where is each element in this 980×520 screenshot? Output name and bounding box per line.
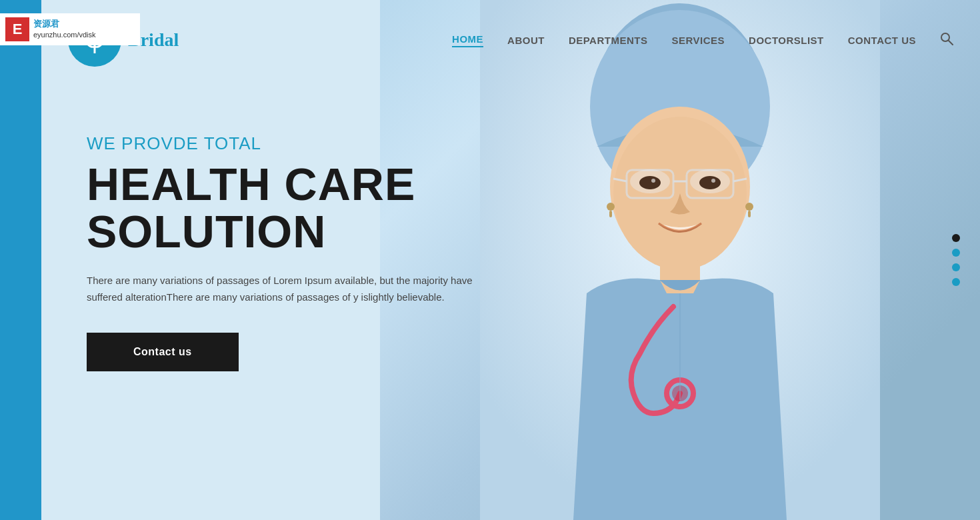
- nav-links: HOME ABOUT DEPARTMENTS SERVICES DOCTORSL…: [452, 32, 953, 49]
- hero-content: WE PROVDE TOTAL HEALTH CARE SOLUTION The…: [87, 133, 587, 371]
- svg-point-14: [651, 179, 655, 183]
- watermark-brand: 资源君: [33, 19, 96, 30]
- watermark-info: 资源君 eyunzhu.com/vdisk: [33, 19, 96, 39]
- hero-section: Bridal HOME ABOUT DEPARTMENTS SERVICES D…: [0, 0, 980, 520]
- svg-point-15: [711, 179, 715, 183]
- svg-point-13: [699, 176, 721, 189]
- slide-dot-2[interactable]: [952, 249, 960, 257]
- watermark-letter: E: [5, 17, 29, 41]
- svg-line-27: [949, 41, 953, 45]
- hero-title: HEALTH CARE SOLUTION: [87, 161, 587, 256]
- watermark-badge: E 资源君 eyunzhu.com/vdisk: [0, 13, 140, 45]
- nav-about[interactable]: ABOUT: [507, 35, 545, 46]
- nav-contact[interactable]: CONTACT US: [848, 35, 916, 46]
- svg-rect-18: [609, 211, 612, 217]
- svg-point-16: [607, 203, 615, 211]
- slide-dot-4[interactable]: [952, 278, 960, 286]
- svg-point-17: [745, 203, 753, 211]
- nav-home[interactable]: HOME: [452, 33, 483, 47]
- navbar: Bridal HOME ABOUT DEPARTMENTS SERVICES D…: [41, 0, 980, 80]
- svg-point-26: [941, 33, 949, 41]
- nav-departments[interactable]: DEPARTMENTS: [569, 35, 648, 46]
- search-icon[interactable]: [940, 32, 953, 49]
- svg-rect-19: [748, 211, 751, 217]
- hero-description: There are many variations of passages of…: [87, 272, 487, 306]
- slide-indicators: [952, 234, 960, 286]
- svg-point-12: [639, 176, 661, 189]
- nav-services[interactable]: SERVICES: [671, 35, 725, 46]
- contact-us-button[interactable]: Contact us: [87, 333, 239, 371]
- hero-subtitle: WE PROVDE TOTAL: [87, 133, 587, 154]
- watermark-url: eyunzhu.com/vdisk: [33, 30, 96, 39]
- nav-doctorslist[interactable]: DOCTORSLIST: [749, 35, 824, 46]
- slide-dot-1[interactable]: [952, 234, 960, 242]
- watermark-bar: [0, 0, 41, 520]
- slide-dot-3[interactable]: [952, 263, 960, 271]
